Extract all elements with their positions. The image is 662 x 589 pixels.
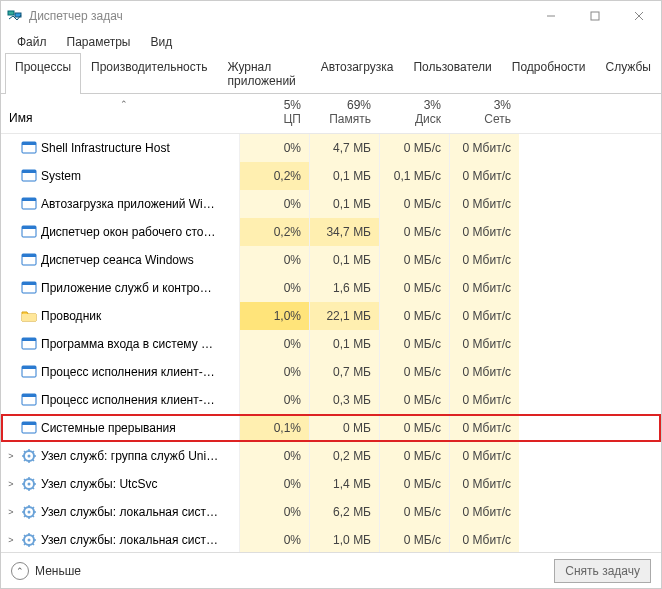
column-disk[interactable]: 3% Диск [379,98,449,130]
disk-cell: 0 МБ/с [379,442,449,470]
network-cell: 0 Мбит/с [449,330,519,358]
disk-cell: 0 МБ/с [379,386,449,414]
network-cell: 0 Мбит/с [449,386,519,414]
process-name: Узел службы: локальная сист… [41,533,218,547]
menubar: Файл Параметры Вид [1,31,661,53]
table-row[interactable]: >Узел служб: группа служб Uni…0%0,2 МБ0 … [1,442,661,470]
process-icon [21,532,37,548]
menu-options[interactable]: Параметры [59,33,139,51]
memory-cell: 0,1 МБ [309,330,379,358]
table-row[interactable]: >Узел службы: UtcSvc0%1,4 МБ0 МБ/с0 Мбит… [1,470,661,498]
process-name-cell: >Узел службы: локальная сист… [1,532,239,548]
maximize-button[interactable] [573,1,617,31]
table-row[interactable]: System0,2%0,1 МБ0,1 МБ/с0 Мбит/с [1,162,661,190]
svg-rect-13 [22,226,36,229]
expand-toggle[interactable]: > [5,479,17,489]
table-row[interactable]: Проводник1,0%22,1 МБ0 МБ/с0 Мбит/с [1,302,661,330]
memory-label: Память [309,112,371,126]
table-row[interactable]: Процесс исполнения клиент-…0%0,3 МБ0 МБ/… [1,386,661,414]
disk-cell: 0 МБ/с [379,330,449,358]
end-task-button[interactable]: Снять задачу [554,559,651,583]
cpu-cell: 0% [239,498,309,526]
process-name: System [41,169,81,183]
memory-cell: 1,6 МБ [309,274,379,302]
fewer-details-button[interactable]: ⌃ Меньше [11,562,81,580]
disk-cell: 0 МБ/с [379,302,449,330]
process-name: Диспетчер сеанса Windows [41,253,194,267]
network-cell: 0 Мбит/с [449,190,519,218]
expand-toggle[interactable]: > [5,507,17,517]
table-row[interactable]: Shell Infrastructure Host0%4,7 МБ0 МБ/с0… [1,134,661,162]
table-row[interactable]: Диспетчер окон рабочего сто…0,2%34,7 МБ0… [1,218,661,246]
app-icon [7,8,23,24]
table-row[interactable]: Диспетчер сеанса Windows0%0,1 МБ0 МБ/с0 … [1,246,661,274]
column-name[interactable]: ⌃ Имя [1,99,239,129]
cpu-usage: 5% [239,98,301,112]
network-cell: 0 Мбит/с [449,498,519,526]
memory-cell: 0,1 МБ [309,162,379,190]
tab-services[interactable]: Службы [596,53,661,94]
expand-toggle[interactable]: > [5,451,17,461]
cpu-cell: 0,2% [239,162,309,190]
svg-rect-26 [22,422,36,425]
svg-rect-20 [22,338,36,341]
process-icon [21,252,37,268]
tab-startup[interactable]: Автозагрузка [311,53,404,94]
table-row[interactable]: Программа входа в систему …0%0,1 МБ0 МБ/… [1,330,661,358]
column-memory[interactable]: 69% Память [309,98,379,130]
menu-file[interactable]: Файл [9,33,55,51]
memory-cell: 0,7 МБ [309,358,379,386]
process-name-cell: Приложение служб и контро… [1,280,239,296]
memory-cell: 0,2 МБ [309,442,379,470]
disk-cell: 0 МБ/с [379,246,449,274]
table-row[interactable]: >Узел службы: локальная сист…0%1,0 МБ0 М… [1,526,661,552]
network-cell: 0 Мбит/с [449,526,519,552]
table-row[interactable]: Процесс исполнения клиент-…0%0,7 МБ0 МБ/… [1,358,661,386]
process-name: Узел служб: группа служб Uni… [41,449,218,463]
tab-performance[interactable]: Производительность [81,53,217,94]
table-row[interactable]: Приложение служб и контро…0%1,6 МБ0 МБ/с… [1,274,661,302]
tab-users[interactable]: Пользователи [403,53,501,94]
close-button[interactable] [617,1,661,31]
expand-toggle[interactable]: > [5,535,17,545]
process-name: Программа входа в систему … [41,337,213,351]
network-cell: 0 Мбит/с [449,470,519,498]
cpu-cell: 0% [239,386,309,414]
table-row[interactable]: Автозагрузка приложений Wi…0%0,1 МБ0 МБ/… [1,190,661,218]
svg-rect-18 [22,314,36,321]
process-icon [21,476,37,492]
menu-view[interactable]: Вид [142,33,180,51]
svg-rect-17 [22,282,36,285]
titlebar: Диспетчер задач [1,1,661,31]
column-cpu[interactable]: 5% ЦП [239,98,309,130]
process-name-cell: Системные прерывания [1,420,239,436]
network-cell: 0 Мбит/с [449,414,519,442]
process-icon [21,308,37,324]
process-name: Процесс исполнения клиент-… [41,393,215,407]
process-icon [21,336,37,352]
tab-app-history[interactable]: Журнал приложений [218,53,311,94]
disk-cell: 0 МБ/с [379,190,449,218]
memory-cell: 0,1 МБ [309,246,379,274]
minimize-button[interactable] [529,1,573,31]
column-network[interactable]: 3% Сеть [449,98,519,130]
process-name: Автозагрузка приложений Wi… [41,197,215,211]
svg-rect-24 [22,394,36,397]
table-row[interactable]: Системные прерывания0,1%0 МБ0 МБ/с0 Мбит… [1,414,661,442]
cpu-cell: 0,1% [239,414,309,442]
network-cell: 0 Мбит/с [449,358,519,386]
svg-point-30 [28,483,31,486]
chevron-up-icon: ⌃ [11,562,29,580]
column-name-label: Имя [9,111,239,125]
process-name: Узел службы: UtcSvc [41,477,157,491]
window-title: Диспетчер задач [29,9,123,23]
tab-processes[interactable]: Процессы [5,53,81,94]
disk-cell: 0 МБ/с [379,498,449,526]
footer: ⌃ Меньше Снять задачу [1,552,661,588]
disk-label: Диск [379,112,441,126]
table-row[interactable]: >Узел службы: локальная сист…0%6,2 МБ0 М… [1,498,661,526]
process-name: Shell Infrastructure Host [41,141,170,155]
network-cell: 0 Мбит/с [449,218,519,246]
network-cell: 0 Мбит/с [449,302,519,330]
tab-details[interactable]: Подробности [502,53,596,94]
